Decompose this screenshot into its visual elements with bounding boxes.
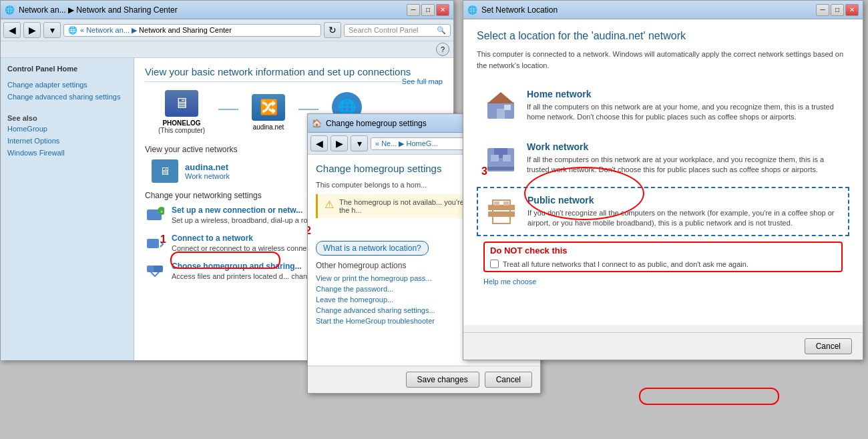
svg-rect-8	[497, 109, 505, 119]
active-net-icon: 🖥	[152, 159, 178, 183]
snl-content: Select a location for the 'audina.net' n…	[463, 19, 863, 325]
sidebar: Control Panel Home Change adapter settin…	[1, 58, 134, 360]
net-phonelog: 🖥 PHONELOG(This computer)	[158, 90, 205, 134]
breadcrumb[interactable]: 🌐 « Network an... ▶ Network and Sharing …	[63, 24, 321, 37]
what-is-link[interactable]: What is a network location?	[316, 241, 429, 256]
main-close-btn[interactable]: ✕	[436, 4, 449, 16]
svg-rect-13	[503, 155, 511, 161]
refresh-btn[interactable]: ↻	[324, 22, 341, 38]
snl-header: Select a location for the 'audina.net' n…	[477, 30, 849, 42]
svg-rect-9	[504, 105, 511, 110]
hg-dropdown-btn[interactable]: ▾	[351, 135, 368, 151]
main-maximize-btn[interactable]: □	[421, 4, 435, 16]
sidebar-internet-options[interactable]: Internet Options	[7, 137, 127, 145]
breadcrumb-icon: 🌐	[68, 26, 77, 35]
active-net-name[interactable]: audina.net	[185, 162, 230, 172]
hg-icon: 🏠	[312, 119, 322, 128]
home-network-option[interactable]: Home network If all the computers on thi…	[477, 81, 849, 130]
checkbox-row: Treat all future networks that I connect…	[490, 260, 836, 268]
work-network-icon	[484, 141, 517, 171]
back-btn[interactable]: ◀	[3, 22, 21, 38]
see-also-label: See also	[7, 114, 127, 122]
sidebar-advanced[interactable]: Change advanced sharing settings	[7, 93, 127, 101]
snl-minimize-btn[interactable]: ─	[816, 4, 829, 16]
audina-label: audina.net	[253, 123, 284, 131]
sidebar-firewall[interactable]: Windows Firewall	[7, 149, 127, 157]
active-net-type: Work network	[185, 172, 230, 180]
snl-maximize-btn[interactable]: □	[831, 4, 844, 16]
svg-rect-5	[154, 266, 163, 272]
work-network-text: Work network If all the computers on thi…	[527, 141, 842, 175]
hg-cancel-btn[interactable]: Cancel	[485, 372, 532, 388]
hg-title-left: 🏠 Change homegroup settings	[312, 119, 427, 128]
main-nav-bar: ◀ ▶ ▾ 🌐 « Network an... ▶ Network and Sh…	[1, 19, 453, 41]
home-network-text: Home network If all the computers on thi…	[527, 89, 842, 123]
svg-marker-7	[487, 92, 514, 103]
hg-bottom-bar: Save changes Cancel	[308, 366, 540, 393]
search-bar[interactable]: Search Control Panel 🔍	[344, 24, 451, 37]
snl-bottom: Cancel	[463, 332, 863, 360]
snl-desc: This computer is connected to a network.…	[477, 49, 849, 71]
page-title-text: View your basic network information and …	[145, 66, 411, 77]
hg-title-text: Change homegroup settings	[326, 119, 427, 128]
connector-2	[298, 109, 318, 110]
svg-rect-18	[494, 201, 499, 205]
snl-icon: 🌐	[467, 5, 477, 15]
svg-rect-19	[503, 201, 509, 205]
work-network-option[interactable]: Work network If all the computers on thi…	[477, 134, 849, 183]
snl-title-bar: 🌐 Set Network Location ─ □ ✕	[463, 1, 863, 19]
search-icon[interactable]: 🔍	[437, 26, 446, 35]
hg-save-btn[interactable]: Save changes	[406, 372, 479, 388]
do-not-check-section: Do NOT check this Treat all future netwo…	[483, 242, 843, 272]
public-network-desc: If you don't recognize all the computers…	[527, 208, 841, 229]
settings-title-1[interactable]: Connect to a network	[172, 234, 324, 243]
main-title-bar: 🌐 Network an... ▶ Network and Sharing Ce…	[1, 1, 453, 19]
public-network-text: Public network If you don't recognize al…	[527, 195, 841, 229]
help-btn[interactable]: ?	[436, 43, 449, 56]
main-title-left: 🌐 Network an... ▶ Network and Sharing Ce…	[5, 5, 178, 15]
see-full-map-link[interactable]: See full map	[402, 77, 443, 85]
snl-title-text: Set Network Location	[481, 5, 558, 15]
annotation-1: 1	[160, 234, 166, 246]
svg-text:+: +	[160, 209, 164, 215]
sidebar-home[interactable]: Control Panel Home	[7, 65, 127, 73]
snl-cancel-btn[interactable]: Cancel	[805, 338, 852, 354]
hg-forward-btn[interactable]: ▶	[331, 135, 348, 151]
public-network-icon	[485, 195, 518, 225]
network-icon: 🌐	[5, 5, 15, 15]
page-title: View your basic network information and …	[145, 66, 443, 82]
public-checkbox[interactable]	[490, 260, 499, 268]
settings-desc-1: Connect or reconnect to a wireless conne…	[172, 244, 324, 252]
svg-rect-12	[491, 155, 499, 161]
snl-controls: ─ □ ✕	[816, 4, 859, 16]
work-network-title: Work network	[527, 141, 842, 152]
home-network-title: Home network	[527, 89, 842, 99]
breadcrumb-text: « Network an... ▶ Network and Sharing Ce…	[80, 26, 232, 35]
annotation-3: 3	[481, 165, 487, 177]
public-network-option[interactable]: Public network If you don't recognize al…	[477, 187, 849, 237]
sidebar-adapter[interactable]: Change adapter settings	[7, 81, 127, 89]
router-icon: 🔀	[252, 94, 285, 121]
forward-btn[interactable]: ▶	[23, 22, 41, 38]
settings-icon-2	[145, 262, 165, 280]
main-title-controls: ─ □ ✕	[407, 4, 449, 16]
main-minimize-btn[interactable]: ─	[407, 4, 420, 16]
main-title-text: Network an... ▶ Network and Sharing Cent…	[19, 5, 178, 15]
home-network-desc: If all the computers on this network are…	[527, 102, 842, 123]
sidebar-homegroup[interactable]: HomeGroup	[7, 125, 127, 133]
recent-btn[interactable]: ▾	[43, 22, 61, 38]
work-network-container: Work network If all the computers on thi…	[477, 134, 849, 183]
hg-back-btn[interactable]: ◀	[310, 135, 328, 151]
net-audina: 🔀 audina.net	[252, 94, 285, 131]
checkbox-label: Treat all future networks that I connect…	[503, 260, 748, 268]
settings-icon-0: +	[145, 205, 165, 224]
settings-text-1: Connect to a network Connect or reconnec…	[172, 234, 324, 252]
svg-rect-3	[147, 239, 159, 248]
snl-close-btn[interactable]: ✕	[845, 4, 859, 16]
hg-breadcrumb-text: « Ne... ▶ HomeG...	[375, 139, 438, 148]
warning-icon: ⚠	[324, 198, 334, 211]
computer-icon: 🖥	[165, 90, 198, 117]
do-not-check-title: Do NOT check this	[490, 246, 836, 256]
active-net-info: audina.net Work network	[185, 162, 230, 180]
help-me-choose-link[interactable]: Help me choose	[483, 278, 843, 286]
